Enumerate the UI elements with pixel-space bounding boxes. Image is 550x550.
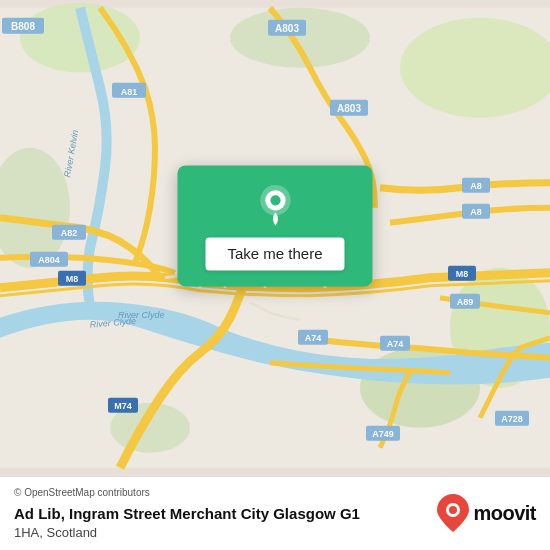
svg-text:A728: A728 — [501, 414, 523, 424]
svg-text:A803: A803 — [337, 103, 361, 114]
svg-text:M74: M74 — [114, 401, 132, 411]
svg-text:River Clyde: River Clyde — [118, 310, 165, 320]
svg-point-6 — [230, 8, 370, 68]
svg-text:M8: M8 — [456, 269, 469, 279]
pin-icon — [253, 183, 297, 227]
moovit-logo: moovit — [437, 494, 536, 532]
svg-point-47 — [449, 506, 457, 514]
svg-text:M8: M8 — [66, 274, 79, 284]
svg-text:B808: B808 — [11, 21, 35, 32]
take-me-there-button[interactable]: Take me there — [205, 237, 344, 270]
location-card: Take me there — [177, 165, 372, 286]
svg-text:A74: A74 — [387, 339, 404, 349]
map-container: B808 A803 A803 A82 A81 A804 A8 A8 M8 — [0, 0, 550, 476]
svg-text:A8: A8 — [470, 207, 482, 217]
svg-text:A81: A81 — [121, 87, 138, 97]
svg-text:A74: A74 — [305, 333, 322, 343]
svg-text:A89: A89 — [457, 297, 474, 307]
svg-text:A8: A8 — [470, 181, 482, 191]
info-left: © OpenStreetMap contributors Ad Lib, Ing… — [14, 487, 360, 541]
svg-text:A803: A803 — [275, 23, 299, 34]
location-sub: 1HA, Scotland — [14, 525, 360, 540]
moovit-pin-icon — [437, 494, 469, 532]
location-name: Ad Lib, Ingram Street Merchant City Glas… — [14, 504, 360, 524]
app: B808 A803 A803 A82 A81 A804 A8 A8 M8 — [0, 0, 550, 550]
info-bar: © OpenStreetMap contributors Ad Lib, Ing… — [0, 476, 550, 551]
svg-point-45 — [270, 195, 280, 205]
svg-text:A82: A82 — [61, 228, 78, 238]
svg-text:A749: A749 — [372, 429, 394, 439]
moovit-text: moovit — [473, 502, 536, 525]
osm-credit: © OpenStreetMap contributors — [14, 487, 360, 498]
svg-text:A804: A804 — [38, 255, 60, 265]
